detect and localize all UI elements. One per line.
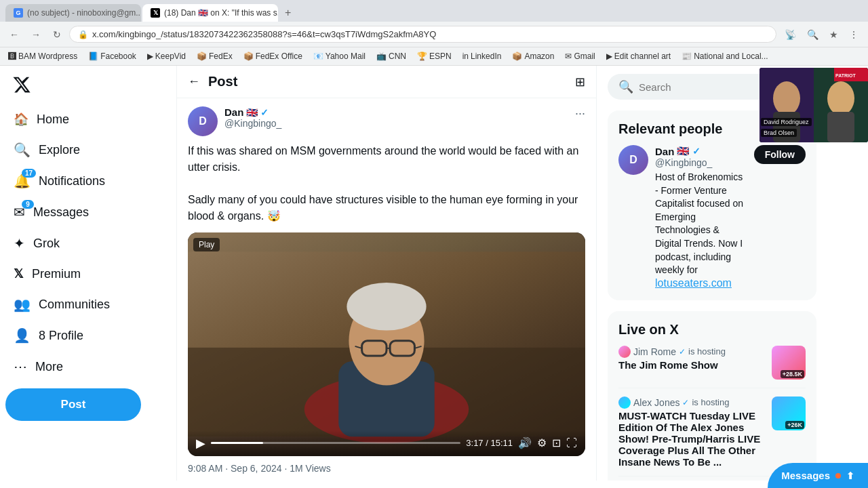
bookmark-fedex[interactable]: 📦 FedEx (194, 50, 235, 62)
bookmark-national[interactable]: 📰 National and Local... (679, 50, 770, 62)
bookmark-keepvid[interactable]: ▶ KeepVid (144, 50, 189, 62)
cast-button[interactable]: 📡 (781, 26, 800, 43)
refresh-button[interactable]: ↻ (49, 26, 65, 43)
settings-icon[interactable]: ⚙ (537, 436, 547, 449)
twitter-logo[interactable] (5, 68, 38, 101)
bookmark-linkedin[interactable]: in LinkedIn (460, 50, 505, 62)
nav-home[interactable]: 🏠 Home (5, 105, 171, 134)
svg-point-16 (827, 81, 854, 115)
bookmark-button[interactable]: ★ (825, 26, 842, 43)
svg-rect-15 (773, 112, 800, 142)
floating-video-inner: PATRIOT David Rodriguez Brad Olsen (760, 68, 868, 142)
post-content: ← Post ⊞ D Dan 🇬🇧 ✓ @Kingbingo_ (176, 66, 597, 481)
live-item-jim[interactable]: Jim Rome ✓ is hosting The Jim Rome Show … (618, 346, 806, 388)
bookmarks-bar: 🅱 BAM Wordpress 📘 Facebook ▶ KeepVid 📦 F… (0, 47, 868, 65)
bookmark-yahoo[interactable]: 📧 Yahoo Mail (311, 50, 368, 62)
svg-point-5 (347, 283, 426, 331)
volume-icon[interactable]: 🔊 (518, 436, 532, 449)
nav-communities-label: Communities (39, 298, 110, 312)
person-avatar[interactable]: D (618, 145, 648, 175)
nav-home-label: Home (37, 113, 69, 127)
back-button[interactable]: ← (5, 26, 23, 43)
live-host-alex: Alex Jones ✓ is hosting (618, 396, 766, 409)
bookmark-espn[interactable]: 🏆 ESPN (414, 50, 454, 62)
svg-point-14 (773, 81, 800, 115)
bookmark-gmail[interactable]: ✉ Gmail (562, 50, 597, 62)
post-title: Post (208, 74, 237, 89)
nav-notifications-label: Notifications (39, 174, 105, 188)
bookmark-bam[interactable]: 🅱 BAM Wordpress (5, 50, 80, 62)
more-icon: ⋯ (14, 359, 27, 375)
nav-grok[interactable]: ✦ Grok (5, 228, 171, 258)
back-arrow[interactable]: ← (188, 75, 200, 89)
nav-premium-label: Premium (32, 267, 81, 281)
tweet-meta: 9:08 AM · Sep 6, 2024 · 1M Views (188, 463, 585, 474)
follow-button[interactable]: Follow (754, 145, 806, 164)
author-avatar[interactable]: D (188, 106, 218, 136)
messages-float-button[interactable]: Messages ⬆ (768, 463, 868, 488)
bookmark-cnn[interactable]: 📺 CNN (374, 50, 409, 62)
play-pause-button[interactable]: ▶ (196, 436, 205, 451)
fullscreen-icon[interactable]: ⛶ (566, 437, 577, 449)
live-title-alex: MUST-WATCH Tuesday LIVE Edition Of The A… (618, 410, 766, 468)
grid-icon[interactable]: ⊞ (575, 75, 585, 89)
tweet-more-button[interactable]: ··· (575, 106, 585, 121)
tab-1[interactable]: G (no subject) - ninoboxing@gm... ✕ (5, 4, 141, 22)
nav-more-label: More (35, 360, 63, 374)
person-link[interactable]: lotuseaters.com (655, 277, 732, 289)
live-item-info-alex: Alex Jones ✓ is hosting MUST-WATCH Tuesd… (618, 396, 766, 468)
jim-thumb: +28.5K (772, 346, 806, 380)
messages-float-label: Messages (781, 470, 830, 481)
bookmark-amazon[interactable]: 📦 Amazon (509, 50, 557, 62)
nav-profile[interactable]: 👤 8 Profile (5, 321, 171, 350)
live-item-alex[interactable]: Alex Jones ✓ is hosting MUST-WATCH Tuesd… (618, 396, 806, 476)
nav-profile-label: 8 Profile (39, 329, 83, 343)
author-flag: 🇬🇧 (246, 107, 258, 118)
tweet-text: If this was shared on MSM governments ar… (188, 143, 585, 224)
lens-button[interactable]: 🔍 (803, 26, 823, 43)
person-row: D Dan 🇬🇧 ✓ @Kingbingo_ Host of Brokenomi… (618, 145, 806, 289)
author-verified-icon: ✓ (260, 107, 269, 118)
home-icon: 🏠 (14, 112, 28, 127)
forward-button[interactable]: → (27, 26, 45, 43)
nav-bar: ← → ↻ 🔒 x.com/kingbingo_/status/18320734… (0, 22, 868, 47)
menu-button[interactable]: ⋮ (845, 26, 863, 43)
post-button[interactable]: Post (5, 388, 141, 421)
explore-icon: 🔍 (14, 142, 31, 158)
pip-icon[interactable]: ⊡ (552, 436, 561, 449)
author-info: Dan 🇬🇧 ✓ @Kingbingo_ (224, 106, 568, 129)
new-tab-button[interactable]: + (279, 4, 296, 22)
messages-dot (835, 473, 841, 479)
nav-notifications[interactable]: 🔔 Notifications 17 (5, 166, 171, 196)
live-on-x-title: Live on X (618, 322, 806, 338)
tab-1-label: (no subject) - ninoboxing@gm... (27, 8, 141, 18)
bookmark-facebook[interactable]: 📘 Facebook (85, 50, 139, 62)
nav-explore[interactable]: 🔍 Explore (5, 135, 171, 165)
progress-bar[interactable] (211, 442, 460, 444)
alex-listener-count: +26K (785, 421, 804, 429)
jim-hosting: is hosting (688, 346, 726, 357)
communities-icon: 👥 (14, 296, 31, 312)
nav-communities[interactable]: 👥 Communities (5, 289, 171, 319)
live-item-info: Jim Rome ✓ is hosting The Jim Rome Show (618, 346, 766, 371)
nav-more[interactable]: ⋯ More (5, 352, 171, 382)
premium-icon: 𝕏 (14, 266, 24, 281)
bookmark-fedex-office[interactable]: 📦 FedEx Office (241, 50, 305, 62)
nav-premium[interactable]: 𝕏 Premium (5, 260, 171, 288)
tab-2[interactable]: 𝕏 (18) Dan 🇬🇧 on X: "If this was s... ✕ (142, 4, 278, 22)
nav-messages[interactable]: ✉ Messages 9 (5, 197, 171, 227)
nav-explore-label: Explore (39, 143, 80, 157)
time-display: 3:17 / 15:11 (466, 438, 513, 448)
bookmark-edit-channel[interactable]: ▶ Edit channel art (604, 50, 673, 62)
tweet-container: D Dan 🇬🇧 ✓ @Kingbingo_ ··· If this was s… (177, 98, 596, 481)
floating-video[interactable]: PATRIOT David Rodriguez Brad Olsen (760, 68, 868, 142)
address-bar[interactable]: 🔒 x.com/kingbingo_/status/18320734223623… (69, 26, 776, 43)
video-controls[interactable]: ▶ 3:17 / 15:11 🔊 ⚙ ⊡ ⛶ (196, 436, 577, 451)
alex-thumb: +26K (772, 396, 806, 430)
address-text: x.com/kingbingo_/status/1832073422362358… (92, 29, 436, 39)
author-handle: @Kingbingo_ (224, 118, 568, 129)
jim-verified: ✓ (679, 347, 686, 357)
video-container[interactable]: Play ▶ 3:17 / 15:11 🔊 ⚙ ⊡ (188, 232, 585, 456)
nav-grok-label: Grok (33, 237, 60, 251)
progress-fill (211, 442, 263, 444)
